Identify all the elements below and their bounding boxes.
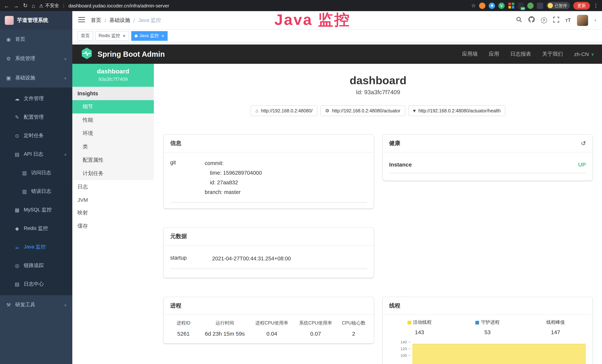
sba-item-metrics[interactable]: 性能 — [72, 114, 154, 127]
smiley-icon — [548, 3, 553, 8]
extension-dark-icon[interactable] — [537, 2, 543, 9]
metadata-value: 2021-04-27T00:44:31.254+08:00 — [212, 254, 367, 264]
breadcrumb-infrastructure[interactable]: 基础设施 — [109, 17, 130, 23]
config-icon: ✎ — [14, 114, 20, 120]
sba-item-jvm[interactable]: JVM — [72, 193, 154, 206]
breadcrumb-home[interactable]: 首页 — [91, 17, 101, 23]
extension-pin-icon[interactable] — [489, 2, 495, 9]
sidebar-item-tracing[interactable]: ◎ 链路追踪 — [0, 256, 72, 275]
sidebar-item-label: 系统管理 — [15, 55, 35, 62]
sba-item-scheduled-tasks[interactable]: 计划任务 — [72, 167, 154, 180]
sba-item-classes[interactable]: 类 — [72, 140, 154, 153]
sidebar-item-error-logs[interactable]: ▥ 错误日志 — [0, 182, 72, 201]
sba-nav: 应用墙 应用 日志报表 关于我们 zh-CN ∨ — [462, 51, 594, 57]
sidebar-item-scheduled-jobs[interactable]: ⊙ 定时任务 — [0, 127, 72, 145]
sba-item-caches[interactable]: 缓存 — [72, 220, 154, 233]
history-icon[interactable]: ↺ — [581, 140, 586, 147]
sidebar-fold-icon[interactable] — [78, 17, 85, 24]
tab-home[interactable]: 首页 — [77, 31, 93, 41]
close-icon[interactable]: × — [123, 33, 126, 39]
tab-redis-monitor[interactable]: Redis 监控 × — [95, 31, 129, 41]
link-label: http://192.168.0.2:48080/actuator/health — [419, 108, 501, 113]
sba-nav-wall[interactable]: 应用墙 — [462, 51, 478, 57]
warning-icon: ⚠ — [39, 3, 43, 8]
sidebar-item-file-management[interactable]: ☁ 文件管理 — [0, 89, 72, 108]
user-avatar[interactable] — [577, 15, 588, 26]
sba-nav-about[interactable]: 关于我们 — [542, 51, 563, 57]
address-bar[interactable]: dashboard.yudao.iocoder.cn/infra/admin-s… — [68, 3, 169, 8]
sidebar-item-api-logs[interactable]: ▤ API 日志 ∧ — [0, 145, 72, 163]
col-header: 运行时间 — [200, 320, 250, 327]
sidebar-item-dev-tools[interactable]: ⚒ 研发工具 ∨ — [0, 295, 72, 314]
browser-menu-icon[interactable]: ⋮ — [593, 3, 599, 9]
search-icon[interactable] — [516, 17, 522, 24]
sidebar-item-redis-monitor[interactable]: ◆ Redis 监控 — [0, 219, 72, 238]
sba-item-logs[interactable]: 日志 — [72, 180, 154, 193]
sba-item-config-props[interactable]: 配置属性 — [72, 153, 154, 167]
process-col-cpu-cores: CPU核心数 2 — [337, 320, 370, 337]
close-icon[interactable]: × — [161, 33, 164, 39]
profile-paused-badge[interactable]: 已暂停 — [547, 2, 570, 9]
breadcrumb: 首页 / 基础设施 / Java 监控 — [91, 17, 161, 23]
annotation-text: Java 监控 — [274, 10, 351, 30]
sidebar-item-config-management[interactable]: ✎ 配置管理 — [0, 108, 72, 127]
on-badge: on — [521, 7, 525, 10]
git-time-line: time: 1596289704000 — [205, 168, 367, 178]
forward-icon[interactable]: → — [13, 2, 19, 9]
fullscreen-icon[interactable] — [553, 17, 559, 24]
caret-down-icon[interactable]: ▾ — [595, 18, 596, 22]
github-icon[interactable] — [528, 16, 535, 24]
extension-vue-icon[interactable]: V — [498, 2, 505, 9]
trace-icon: ◎ — [14, 263, 20, 268]
sba-item-details[interactable]: 细节 — [72, 100, 154, 114]
reload-icon[interactable]: ↻ — [23, 2, 28, 9]
sidebar-item-java-monitor[interactable]: ☕ Java 监控 — [0, 238, 72, 256]
sba-item-mappings[interactable]: 映射 — [72, 206, 154, 220]
sidebar-item-infrastructure[interactable]: ▣ 基础设施 ∧ — [0, 68, 72, 87]
tab-java-monitor[interactable]: Java 监控 × — [131, 31, 168, 41]
back-icon[interactable]: ← — [4, 2, 9, 9]
live-threads-area — [412, 344, 586, 364]
home-icon[interactable]: ⌂ — [32, 2, 35, 9]
instance-url-button[interactable]: ⌂ http://192.168.0.2:48080/ — [251, 105, 317, 116]
extension-fox-icon[interactable] — [479, 2, 485, 9]
bookmark-star-icon[interactable]: ☆ — [471, 3, 476, 9]
health-url-button[interactable]: ♥ http://192.168.0.2:48080/actuator/heal… — [408, 105, 505, 116]
git-commit-line: commit: — [205, 158, 367, 168]
sidebar-item-home[interactable]: ◉ 首页 — [0, 30, 72, 49]
sidebar-item-access-logs[interactable]: ▥ 访问日志 — [0, 163, 72, 182]
font-size-icon[interactable]: тT — [565, 17, 571, 23]
app-logo[interactable]: 芋道管理系统 — [0, 11, 72, 30]
tab-label: Redis 监控 — [99, 33, 120, 39]
sidebar-item-mysql-monitor[interactable]: ▦ MySQL 监控 — [0, 201, 72, 219]
security-indicator[interactable]: ⚠ 不安全 — [39, 2, 59, 9]
extension-tampermonkey-icon[interactable]: on — [518, 2, 524, 9]
link-label: http://192.168.0.2:48080/actuator — [332, 108, 400, 113]
link-label: http://192.168.0.2:48080/ — [261, 108, 312, 113]
sba-brand-title[interactable]: Spring Boot Admin — [97, 50, 165, 58]
sidebar-item-label: 基础设施 — [15, 75, 35, 81]
sidebar-item-system-management[interactable]: ⚙ 系统管理 ∨ — [0, 49, 72, 68]
y-axis-tick — [408, 349, 410, 349]
health-row-instance[interactable]: Instance UP — [389, 161, 586, 173]
sidebar-item-log-center[interactable]: ▤ 日志中心 — [0, 275, 72, 293]
instance-header[interactable]: dashboard 93a3fc7f7409 — [72, 64, 154, 87]
sba-nav-journal[interactable]: 日志报表 — [510, 51, 531, 57]
extension-grid-icon[interactable] — [508, 2, 514, 9]
sba-logo-icon[interactable] — [80, 47, 93, 61]
info-card: 信息 git commit: time: 1596289704000 id: 2… — [163, 135, 374, 209]
metadata-key: startup — [170, 254, 212, 264]
help-icon[interactable]: ? — [541, 17, 547, 23]
actuator-url-button[interactable]: ⚙ http://192.168.0.2:48080/actuator — [320, 105, 405, 116]
log-icon: ▤ — [14, 151, 20, 157]
sba-item-environment[interactable]: 环境 — [72, 127, 154, 140]
sba-locale-select[interactable]: zh-CN ∨ — [574, 51, 594, 57]
sba-main: dashboard Id: 93a3fc7f7409 ⌂ http://192.… — [154, 64, 602, 364]
extension-leaf-icon[interactable] — [527, 2, 534, 9]
sba-nav-applications[interactable]: 应用 — [489, 51, 499, 57]
col-header: CPU核心数 — [337, 320, 370, 327]
browser-update-button[interactable]: 更新 — [573, 2, 590, 10]
chrome-toolbar-right: ☆ V on 已暂停 更新 ⋮ — [471, 2, 599, 10]
process-col-process-cpu: 进程CPU使用率 0.04 — [250, 320, 294, 337]
legend-value: 143 — [386, 329, 453, 335]
